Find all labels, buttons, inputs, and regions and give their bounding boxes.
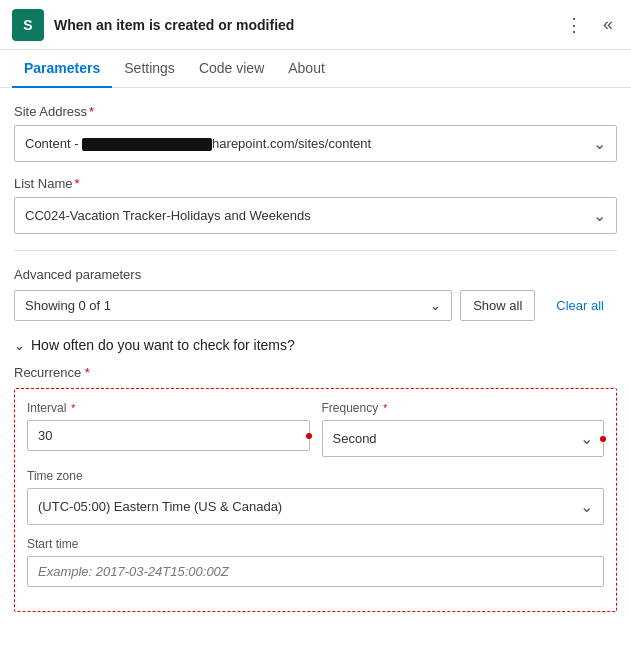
starttime-label: Start time: [27, 537, 604, 551]
frequency-col: Frequency * Second ⌄: [322, 401, 605, 457]
clear-all-button[interactable]: Clear all: [543, 290, 617, 321]
timezone-chevron-icon: ⌄: [580, 497, 593, 516]
header: S When an item is created or modified ⋮ …: [0, 0, 631, 50]
how-often-header[interactable]: ⌄ How often do you want to check for ite…: [14, 337, 617, 353]
interval-label: Interval *: [27, 401, 310, 415]
interval-frequency-row: Interval * Frequency * Second: [27, 401, 604, 457]
list-name-label: List Name *: [14, 176, 617, 191]
interval-required: *: [71, 403, 75, 414]
timezone-field: Time zone (UTC-05:00) Eastern Time (US &…: [27, 469, 604, 525]
advanced-parameters-dropdown[interactable]: Showing 0 of 1 ⌄: [14, 290, 452, 321]
site-address-value: Content - harepoint.com/sites/content: [25, 136, 371, 151]
how-often-chevron-icon: ⌄: [14, 338, 25, 353]
frequency-chevron-icon: ⌄: [580, 429, 593, 448]
show-all-button[interactable]: Show all: [460, 290, 535, 321]
redacted-domain: [82, 138, 212, 151]
header-actions: ⋮ «: [559, 10, 619, 40]
recurrence-box: Interval * Frequency * Second: [14, 388, 617, 612]
advanced-parameters-section: Advanced parameters Showing 0 of 1 ⌄ Sho…: [14, 267, 617, 321]
interval-input[interactable]: [38, 428, 299, 443]
content-area: Site Address * Content - harepoint.com/s…: [0, 88, 631, 628]
header-title: When an item is created or modified: [54, 17, 559, 33]
frequency-dropdown[interactable]: Second ⌄: [322, 420, 605, 457]
recurrence-label: Recurrence *: [14, 365, 617, 380]
divider: [14, 250, 617, 251]
recurrence-required: *: [85, 365, 90, 380]
tab-settings[interactable]: Settings: [112, 50, 187, 88]
interval-input-wrapper: [27, 420, 310, 451]
frequency-label: Frequency *: [322, 401, 605, 415]
site-address-field: Site Address * Content - harepoint.com/s…: [14, 104, 617, 162]
list-name-required: *: [75, 176, 80, 191]
more-options-button[interactable]: ⋮: [559, 10, 589, 40]
tab-codeview[interactable]: Code view: [187, 50, 276, 88]
tab-parameters[interactable]: Parameters: [12, 50, 112, 88]
interval-col: Interval *: [27, 401, 310, 457]
starttime-field: Start time: [27, 537, 604, 587]
advanced-parameters-value: Showing 0 of 1: [25, 298, 111, 313]
tab-about[interactable]: About: [276, 50, 337, 88]
advanced-dropdown-chevron-icon: ⌄: [430, 298, 441, 313]
timezone-dropdown[interactable]: (UTC-05:00) Eastern Time (US & Canada) ⌄: [27, 488, 604, 525]
site-address-required: *: [89, 104, 94, 119]
interval-required-dot: [306, 433, 312, 439]
frequency-value: Second: [333, 431, 377, 446]
list-name-dropdown[interactable]: CC024-Vacation Tracker-Holidays and Week…: [14, 197, 617, 234]
list-name-value: CC024-Vacation Tracker-Holidays and Week…: [25, 208, 311, 223]
list-name-chevron-icon: ⌄: [593, 206, 606, 225]
site-address-dropdown[interactable]: Content - harepoint.com/sites/content ⌄: [14, 125, 617, 162]
frequency-required-dot: [600, 436, 606, 442]
how-often-title: How often do you want to check for items…: [31, 337, 295, 353]
app-icon: S: [12, 9, 44, 41]
starttime-input[interactable]: [27, 556, 604, 587]
site-address-chevron-icon: ⌄: [593, 134, 606, 153]
collapse-button[interactable]: «: [597, 10, 619, 39]
recurrence-section: Recurrence * Interval * F: [14, 365, 617, 612]
list-name-field: List Name * CC024-Vacation Tracker-Holid…: [14, 176, 617, 234]
frequency-required: *: [383, 403, 387, 414]
advanced-parameters-label: Advanced parameters: [14, 267, 617, 282]
advanced-parameters-row: Showing 0 of 1 ⌄ Show all Clear all: [14, 290, 617, 321]
tabs-bar: Parameters Settings Code view About: [0, 50, 631, 88]
site-address-label: Site Address *: [14, 104, 617, 119]
timezone-label: Time zone: [27, 469, 604, 483]
timezone-value: (UTC-05:00) Eastern Time (US & Canada): [38, 499, 282, 514]
